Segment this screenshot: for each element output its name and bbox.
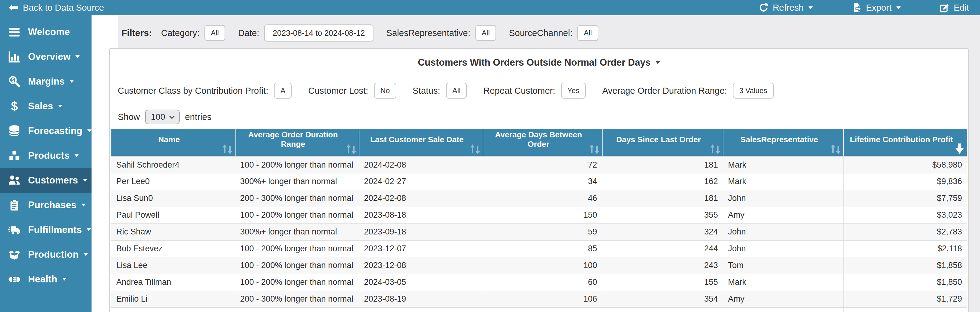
column-header-name[interactable]: Name <box>111 129 235 156</box>
cell-avg-order-duration-range: 100 - 200% longer than normal <box>235 274 359 291</box>
sidebar-item-margins[interactable]: Margins <box>0 69 92 94</box>
filter-value-button-salesrepresentative[interactable]: All <box>476 25 496 41</box>
cell-last-customer-sale-date: 2024-02-27 <box>359 173 483 190</box>
cell-sales-representative: Amy <box>723 207 844 223</box>
cell-last-customer-sale-date: 2023-08-18 <box>359 207 483 223</box>
chevron-down-icon <box>62 278 67 280</box>
cell-avg-days-between-order: 46 <box>483 190 602 207</box>
sidebar-item-production[interactable]: Production <box>0 242 92 267</box>
sidebar-icon-search-dollar-icon <box>7 75 22 88</box>
column-header-label: Days Since Last Order <box>616 135 701 144</box>
export-label: Export <box>866 3 891 13</box>
table-row: Per Lee0300%+ longer than normal2024-02-… <box>111 173 967 190</box>
chevron-down-icon <box>58 105 62 107</box>
report-filter-value-button-average-order-duration-range[interactable]: 3 Values <box>733 83 774 99</box>
sidebar: Welcome Overview Margins Sales <box>0 15 92 312</box>
sidebar-icon-clipboard-icon <box>7 199 22 211</box>
back-to-data-source-link[interactable]: Back to Data Source <box>8 3 104 13</box>
filter-value-button-sourcechannel[interactable]: All <box>577 25 598 41</box>
column-header-label: Name <box>158 135 180 144</box>
table-row-partial <box>111 307 967 312</box>
report-filter-value-button-customer-class-by-contribution-profit[interactable]: A <box>274 83 292 99</box>
report-filters-row: Customer Class by Contribution Profit: A… <box>110 76 968 105</box>
sidebar-item-label: Fulfillments <box>28 224 82 236</box>
page-size-value: 100 <box>151 112 165 122</box>
sidebar-icon-bar-chart-icon <box>7 51 22 63</box>
report-filter-label: Repeat Customer: <box>483 86 555 96</box>
table-header: Name Average Order Duration Range <box>111 129 967 156</box>
entries-label: entries <box>185 112 212 122</box>
column-header-label: Average Days Between Order <box>495 130 582 149</box>
cell-avg-order-duration-range: 200 - 300% longer than normal <box>235 291 359 307</box>
page-size-select[interactable]: 100 <box>145 110 180 124</box>
sidebar-item-label: Welcome <box>28 27 70 38</box>
sidebar-item-customers[interactable]: Customers <box>0 168 92 193</box>
cell-name: Emilio Li <box>111 291 235 307</box>
sidebar-item-forecasting[interactable]: Forecasting <box>0 118 92 143</box>
column-header-avg-order-duration-range[interactable]: Average Order Duration Range <box>235 129 359 156</box>
data-table: Name Average Order Duration Range <box>111 129 967 312</box>
table-row: Sahil Schroeder4100 - 200% longer than n… <box>111 156 967 173</box>
column-header-days-since-last-order[interactable]: Days Since Last Order <box>602 129 723 156</box>
cell-days-since-last-order: 162 <box>602 173 723 190</box>
sidebar-item-health[interactable]: Health <box>0 267 92 291</box>
table-row: Lisa Lee100 - 200% longer than normal202… <box>111 257 967 274</box>
cell-last-customer-sale-date <box>359 307 483 312</box>
column-header-sales-representative[interactable]: SalesRepresentative <box>723 129 844 156</box>
column-header-avg-days-between-order[interactable]: Average Days Between Order <box>483 129 602 156</box>
refresh-button[interactable]: Refresh <box>759 3 813 13</box>
refresh-label: Refresh <box>773 3 804 13</box>
chevron-down-icon <box>75 55 80 58</box>
main-content: Filters: Category: All Date: 2023-08-14 … <box>92 15 980 312</box>
cell-last-customer-sale-date: 2024-02-08 <box>359 190 483 207</box>
filter-group: SalesRepresentative: All <box>386 25 496 41</box>
back-label: Back to Data Source <box>23 3 104 13</box>
filter-value-button-category[interactable]: All <box>204 25 226 41</box>
report-card: Customers With Orders Outside Normal Ord… <box>109 48 969 312</box>
report-filter-value-button-repeat-customer[interactable]: Yes <box>561 83 586 99</box>
sidebar-item-overview[interactable]: Overview <box>0 44 92 69</box>
cell-avg-order-duration-range: 100 - 200% longer than normal <box>235 257 359 274</box>
column-header-last-customer-sale-date[interactable]: Last Customer Sale Date <box>359 129 483 156</box>
cell-name: Paul Powell <box>111 207 235 223</box>
cell-avg-days-between-order: 150 <box>483 207 602 223</box>
sidebar-icon-truck-icon <box>7 224 22 236</box>
sidebar-item-welcome[interactable]: Welcome <box>0 19 92 44</box>
sort-icon <box>710 144 721 154</box>
cell-sales-representative: Amy <box>723 291 844 307</box>
cell-avg-order-duration-range: 100 - 200% longer than normal <box>235 207 359 223</box>
cell-sales-representative: Mark <box>723 156 844 173</box>
cell-last-customer-sale-date: 2023-08-19 <box>359 291 483 307</box>
report-filter-value-button-customer-lost[interactable]: No <box>374 83 396 99</box>
entries-row: Show 100 entries <box>110 105 968 129</box>
table-body: Sahil Schroeder4100 - 200% longer than n… <box>111 156 967 312</box>
report-title-row[interactable]: Customers With Orders Outside Normal Ord… <box>110 49 968 76</box>
sidebar-item-products[interactable]: Products <box>0 143 92 168</box>
filter-label: SalesRepresentative: <box>386 28 471 38</box>
chevron-down-icon <box>83 179 87 181</box>
filter-group: Date: 2023-08-14 to 2024-08-12 <box>238 24 373 41</box>
cell-avg-order-duration-range: 100 - 200% longer than normal <box>235 156 359 173</box>
column-header-lifetime-contribution-profit[interactable]: Lifetime Contribution Profit <box>844 129 967 156</box>
edit-icon <box>940 3 950 13</box>
edit-button[interactable]: Edit <box>940 3 969 13</box>
filter-label: SourceChannel: <box>509 28 573 38</box>
cell-avg-days-between-order: 100 <box>483 257 602 274</box>
cell-lifetime-contribution-profit <box>844 307 967 312</box>
table-row: Ric Shaw300%+ longer than normal2023-09-… <box>111 223 967 240</box>
sort-icon <box>830 144 842 154</box>
table-row: Emilio Li200 - 300% longer than normal20… <box>111 291 967 307</box>
sidebar-item-fulfillments[interactable]: Fulfillments <box>0 217 92 242</box>
report-filter-value-button-status[interactable]: All <box>446 83 467 99</box>
cell-name: Lisa Sun0 <box>111 190 235 207</box>
cell-name: Ric Shaw <box>111 223 235 240</box>
cell-last-customer-sale-date: 2024-02-08 <box>359 156 483 173</box>
sidebar-item-sales[interactable]: Sales <box>0 94 92 118</box>
sidebar-item-purchases[interactable]: Purchases <box>0 193 92 217</box>
filter-value-button-date[interactable]: 2023-08-14 to 2024-08-12 <box>264 24 374 41</box>
export-button[interactable]: Export <box>852 3 900 13</box>
report-filter-label: Average Order Duration Range: <box>602 86 727 96</box>
filter-label: Category: <box>161 28 200 38</box>
column-header-label: Last Customer Sale Date <box>370 135 463 144</box>
cell-name <box>111 307 235 312</box>
